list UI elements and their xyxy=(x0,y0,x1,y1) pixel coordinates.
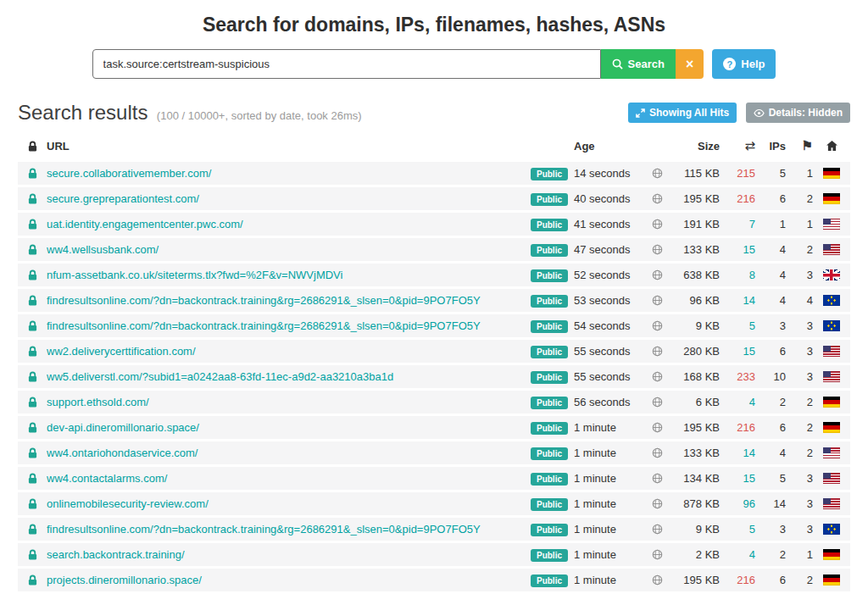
close-icon: × xyxy=(686,57,693,72)
result-url[interactable]: findresultsonline.com/?dn=backontrack.tr… xyxy=(47,294,525,307)
table-row: ww4.ontariohondaservice.com/ Public 1 mi… xyxy=(18,441,850,464)
globe-icon xyxy=(647,498,667,509)
flags-count: 3 xyxy=(786,497,813,510)
visibility-badge: Public xyxy=(531,498,568,511)
flags-count: 3 xyxy=(786,370,813,383)
age-value: 1 minute xyxy=(574,472,647,485)
requests-count: 216 xyxy=(720,574,755,586)
country-flag xyxy=(823,397,840,408)
results-bar: Search results (100 / 10000+, sorted by … xyxy=(18,101,850,125)
requests-icon: ⇄ xyxy=(720,138,755,153)
search-bar: Search × ? Help xyxy=(18,49,850,79)
showing-all-hits-label: Showing All Hits xyxy=(649,107,729,119)
country-flag xyxy=(823,193,840,204)
country-flag xyxy=(823,269,840,280)
country-flag xyxy=(823,574,840,586)
globe-icon xyxy=(647,269,667,280)
table-row: support.ethsold.com/ Public 56 seconds 6… xyxy=(18,391,850,414)
result-url[interactable]: secure.grepreparationtest.com/ xyxy=(47,192,525,205)
search-icon xyxy=(612,58,623,69)
globe-icon xyxy=(647,473,667,484)
results-bar-actions: Showing All Hits Details: Hidden xyxy=(628,103,850,123)
header-ips: IPs xyxy=(755,140,786,153)
showing-all-hits-button[interactable]: Showing All Hits xyxy=(628,103,737,123)
https-lock-icon xyxy=(18,269,47,280)
table-row: search.backontrack.training/ Public 1 mi… xyxy=(18,543,850,566)
result-url[interactable]: ww4.wellsusbank.com/ xyxy=(47,243,525,256)
result-url[interactable]: support.ethsold.com/ xyxy=(47,396,525,408)
main-content: Search for domains, IPs, filenames, hash… xyxy=(0,14,868,591)
result-url[interactable]: dev-api.dineromillonario.space/ xyxy=(47,421,525,434)
country-flag xyxy=(823,219,840,230)
flags-count: 2 xyxy=(786,447,813,459)
size-value: 191 KB xyxy=(667,218,720,230)
country-flag-cell xyxy=(813,397,850,408)
age-value: 53 seconds xyxy=(574,294,647,307)
question-icon: ? xyxy=(723,58,736,70)
country-flag-cell xyxy=(813,269,850,280)
ips-count: 3 xyxy=(755,319,786,332)
ips-count: 14 xyxy=(755,497,786,510)
visibility-badge-cell: Public xyxy=(525,167,574,180)
visibility-badge: Public xyxy=(531,244,568,257)
flags-count: 3 xyxy=(786,269,813,281)
result-url[interactable]: ww4.ontariohondaservice.com/ xyxy=(47,447,525,459)
size-value: 280 KB xyxy=(667,345,720,358)
age-value: 14 seconds xyxy=(574,167,647,180)
help-button-label: Help xyxy=(741,58,765,70)
age-value: 54 seconds xyxy=(574,319,647,332)
globe-icon xyxy=(647,422,667,433)
flags-count: 2 xyxy=(786,192,813,205)
result-url[interactable]: ww5.deliverstl.com/?subid1=a0242aa8-63fd… xyxy=(47,370,525,383)
visibility-badge-cell: Public xyxy=(525,319,574,332)
country-flag-cell xyxy=(813,447,850,458)
globe-icon xyxy=(647,447,667,458)
result-url[interactable]: findresultsonline.com/?dn=backontrack.tr… xyxy=(47,319,525,332)
size-value: 133 KB xyxy=(667,447,720,459)
globe-icon xyxy=(647,168,667,179)
search-button[interactable]: Search xyxy=(601,49,676,79)
size-value: 638 KB xyxy=(667,269,720,281)
result-url[interactable]: ww4.contactalarms.com/ xyxy=(47,472,525,485)
https-lock-icon xyxy=(18,371,47,382)
flags-count: 3 xyxy=(786,523,813,536)
result-url[interactable]: findresultsonline.com/?dn=backontrack.tr… xyxy=(47,523,525,536)
result-url[interactable]: uat.identity.engagementcenter.pwc.com/ xyxy=(47,218,525,230)
clear-search-button[interactable]: × xyxy=(676,49,704,79)
visibility-badge: Public xyxy=(531,269,568,282)
https-lock-icon xyxy=(18,498,47,509)
help-button[interactable]: ? Help xyxy=(712,49,776,79)
result-url[interactable]: ww2.deliverycerttification.com/ xyxy=(47,345,525,358)
result-url[interactable]: nfum-assetbank.co.uk/siteterms.tlx?fwd=%… xyxy=(47,269,525,281)
result-url[interactable]: search.backontrack.training/ xyxy=(47,548,525,561)
globe-icon xyxy=(647,574,667,586)
result-url[interactable]: secure.collaborativemember.com/ xyxy=(47,167,525,180)
lock-icon xyxy=(18,141,47,152)
ips-count: 6 xyxy=(755,421,786,434)
visibility-badge: Public xyxy=(531,193,568,206)
country-flag xyxy=(823,447,840,458)
country-flag xyxy=(823,168,840,179)
requests-count: 14 xyxy=(720,294,755,307)
table-row: ww4.contactalarms.com/ Public 1 minute 1… xyxy=(18,467,850,490)
size-value: 878 KB xyxy=(667,497,720,510)
requests-count: 4 xyxy=(720,548,755,561)
visibility-badge: Public xyxy=(531,473,568,486)
requests-count: 96 xyxy=(720,497,755,510)
globe-icon xyxy=(647,295,667,306)
ips-count: 6 xyxy=(755,574,786,586)
country-flag xyxy=(823,346,840,357)
search-input[interactable] xyxy=(92,49,601,79)
size-value: 6 KB xyxy=(667,396,720,408)
visibility-badge: Public xyxy=(531,524,568,536)
result-url[interactable]: projects.dineromillonario.space/ xyxy=(47,574,525,586)
page-title: Search for domains, IPs, filenames, hash… xyxy=(18,14,850,36)
expand-arrows-icon xyxy=(636,108,645,118)
flags-count: 2 xyxy=(786,243,813,256)
country-flag-cell xyxy=(813,193,850,204)
results-heading: Search results xyxy=(18,101,147,124)
https-lock-icon xyxy=(18,473,47,484)
details-toggle-button[interactable]: Details: Hidden xyxy=(746,103,850,123)
ips-count: 4 xyxy=(755,294,786,307)
result-url[interactable]: onlinemobilesecurity-review.com/ xyxy=(47,497,525,510)
